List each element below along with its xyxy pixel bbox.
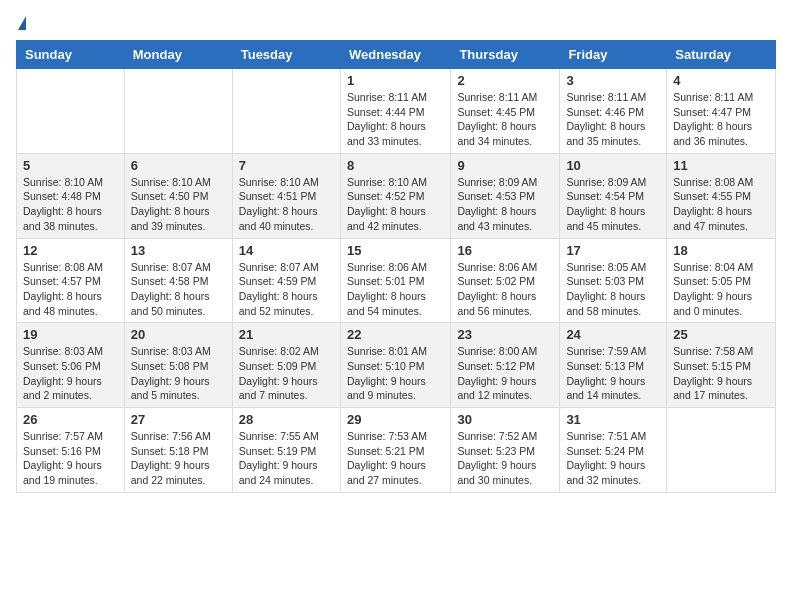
day-info-4: Sunrise: 8:11 AM Sunset: 4:47 PM Dayligh… (673, 90, 769, 149)
day-info-13: Sunrise: 8:07 AM Sunset: 4:58 PM Dayligh… (131, 260, 226, 319)
day-number-22: 22 (347, 327, 444, 342)
day-number-21: 21 (239, 327, 334, 342)
day-info-8: Sunrise: 8:10 AM Sunset: 4:52 PM Dayligh… (347, 175, 444, 234)
day-number-24: 24 (566, 327, 660, 342)
day-info-15: Sunrise: 8:06 AM Sunset: 5:01 PM Dayligh… (347, 260, 444, 319)
day-info-31: Sunrise: 7:51 AM Sunset: 5:24 PM Dayligh… (566, 429, 660, 488)
day-number-17: 17 (566, 243, 660, 258)
day-number-23: 23 (457, 327, 553, 342)
empty-cell (232, 69, 340, 154)
day-number-6: 6 (131, 158, 226, 173)
day-cell-15: 15Sunrise: 8:06 AM Sunset: 5:01 PM Dayli… (340, 238, 450, 323)
logo-triangle-icon (18, 16, 26, 30)
day-cell-3: 3Sunrise: 8:11 AM Sunset: 4:46 PM Daylig… (560, 69, 667, 154)
day-cell-26: 26Sunrise: 7:57 AM Sunset: 5:16 PM Dayli… (17, 408, 125, 493)
day-cell-20: 20Sunrise: 8:03 AM Sunset: 5:08 PM Dayli… (124, 323, 232, 408)
day-info-28: Sunrise: 7:55 AM Sunset: 5:19 PM Dayligh… (239, 429, 334, 488)
day-info-9: Sunrise: 8:09 AM Sunset: 4:53 PM Dayligh… (457, 175, 553, 234)
day-number-26: 26 (23, 412, 118, 427)
day-cell-6: 6Sunrise: 8:10 AM Sunset: 4:50 PM Daylig… (124, 153, 232, 238)
day-info-1: Sunrise: 8:11 AM Sunset: 4:44 PM Dayligh… (347, 90, 444, 149)
day-number-7: 7 (239, 158, 334, 173)
weekday-header-saturday: Saturday (667, 41, 776, 69)
day-cell-1: 1Sunrise: 8:11 AM Sunset: 4:44 PM Daylig… (340, 69, 450, 154)
week-row-5: 26Sunrise: 7:57 AM Sunset: 5:16 PM Dayli… (17, 408, 776, 493)
day-number-13: 13 (131, 243, 226, 258)
day-cell-30: 30Sunrise: 7:52 AM Sunset: 5:23 PM Dayli… (451, 408, 560, 493)
day-cell-24: 24Sunrise: 7:59 AM Sunset: 5:13 PM Dayli… (560, 323, 667, 408)
empty-cell (17, 69, 125, 154)
day-cell-2: 2Sunrise: 8:11 AM Sunset: 4:45 PM Daylig… (451, 69, 560, 154)
day-number-4: 4 (673, 73, 769, 88)
day-number-15: 15 (347, 243, 444, 258)
week-row-4: 19Sunrise: 8:03 AM Sunset: 5:06 PM Dayli… (17, 323, 776, 408)
weekday-header-thursday: Thursday (451, 41, 560, 69)
day-number-5: 5 (23, 158, 118, 173)
day-number-9: 9 (457, 158, 553, 173)
day-info-10: Sunrise: 8:09 AM Sunset: 4:54 PM Dayligh… (566, 175, 660, 234)
day-info-18: Sunrise: 8:04 AM Sunset: 5:05 PM Dayligh… (673, 260, 769, 319)
day-info-11: Sunrise: 8:08 AM Sunset: 4:55 PM Dayligh… (673, 175, 769, 234)
day-info-29: Sunrise: 7:53 AM Sunset: 5:21 PM Dayligh… (347, 429, 444, 488)
day-cell-17: 17Sunrise: 8:05 AM Sunset: 5:03 PM Dayli… (560, 238, 667, 323)
day-number-3: 3 (566, 73, 660, 88)
day-cell-31: 31Sunrise: 7:51 AM Sunset: 5:24 PM Dayli… (560, 408, 667, 493)
day-number-16: 16 (457, 243, 553, 258)
day-cell-11: 11Sunrise: 8:08 AM Sunset: 4:55 PM Dayli… (667, 153, 776, 238)
day-cell-9: 9Sunrise: 8:09 AM Sunset: 4:53 PM Daylig… (451, 153, 560, 238)
weekday-header-wednesday: Wednesday (340, 41, 450, 69)
day-info-27: Sunrise: 7:56 AM Sunset: 5:18 PM Dayligh… (131, 429, 226, 488)
day-cell-7: 7Sunrise: 8:10 AM Sunset: 4:51 PM Daylig… (232, 153, 340, 238)
day-number-18: 18 (673, 243, 769, 258)
day-cell-8: 8Sunrise: 8:10 AM Sunset: 4:52 PM Daylig… (340, 153, 450, 238)
day-info-5: Sunrise: 8:10 AM Sunset: 4:48 PM Dayligh… (23, 175, 118, 234)
day-number-12: 12 (23, 243, 118, 258)
day-info-19: Sunrise: 8:03 AM Sunset: 5:06 PM Dayligh… (23, 344, 118, 403)
calendar-table: SundayMondayTuesdayWednesdayThursdayFrid… (16, 40, 776, 493)
day-info-20: Sunrise: 8:03 AM Sunset: 5:08 PM Dayligh… (131, 344, 226, 403)
day-info-2: Sunrise: 8:11 AM Sunset: 4:45 PM Dayligh… (457, 90, 553, 149)
day-cell-22: 22Sunrise: 8:01 AM Sunset: 5:10 PM Dayli… (340, 323, 450, 408)
week-row-1: 1Sunrise: 8:11 AM Sunset: 4:44 PM Daylig… (17, 69, 776, 154)
day-info-12: Sunrise: 8:08 AM Sunset: 4:57 PM Dayligh… (23, 260, 118, 319)
day-cell-29: 29Sunrise: 7:53 AM Sunset: 5:21 PM Dayli… (340, 408, 450, 493)
day-number-20: 20 (131, 327, 226, 342)
day-number-2: 2 (457, 73, 553, 88)
day-number-27: 27 (131, 412, 226, 427)
day-cell-12: 12Sunrise: 8:08 AM Sunset: 4:57 PM Dayli… (17, 238, 125, 323)
day-cell-16: 16Sunrise: 8:06 AM Sunset: 5:02 PM Dayli… (451, 238, 560, 323)
day-number-11: 11 (673, 158, 769, 173)
empty-cell (667, 408, 776, 493)
day-info-30: Sunrise: 7:52 AM Sunset: 5:23 PM Dayligh… (457, 429, 553, 488)
weekday-header-sunday: Sunday (17, 41, 125, 69)
day-number-25: 25 (673, 327, 769, 342)
day-number-31: 31 (566, 412, 660, 427)
day-cell-5: 5Sunrise: 8:10 AM Sunset: 4:48 PM Daylig… (17, 153, 125, 238)
day-cell-27: 27Sunrise: 7:56 AM Sunset: 5:18 PM Dayli… (124, 408, 232, 493)
day-cell-14: 14Sunrise: 8:07 AM Sunset: 4:59 PM Dayli… (232, 238, 340, 323)
day-info-17: Sunrise: 8:05 AM Sunset: 5:03 PM Dayligh… (566, 260, 660, 319)
day-number-1: 1 (347, 73, 444, 88)
day-number-14: 14 (239, 243, 334, 258)
day-cell-19: 19Sunrise: 8:03 AM Sunset: 5:06 PM Dayli… (17, 323, 125, 408)
day-number-8: 8 (347, 158, 444, 173)
day-cell-4: 4Sunrise: 8:11 AM Sunset: 4:47 PM Daylig… (667, 69, 776, 154)
logo (16, 16, 26, 30)
weekday-header-row: SundayMondayTuesdayWednesdayThursdayFrid… (17, 41, 776, 69)
day-number-30: 30 (457, 412, 553, 427)
day-cell-13: 13Sunrise: 8:07 AM Sunset: 4:58 PM Dayli… (124, 238, 232, 323)
day-info-16: Sunrise: 8:06 AM Sunset: 5:02 PM Dayligh… (457, 260, 553, 319)
weekday-header-monday: Monday (124, 41, 232, 69)
day-cell-28: 28Sunrise: 7:55 AM Sunset: 5:19 PM Dayli… (232, 408, 340, 493)
week-row-2: 5Sunrise: 8:10 AM Sunset: 4:48 PM Daylig… (17, 153, 776, 238)
day-info-22: Sunrise: 8:01 AM Sunset: 5:10 PM Dayligh… (347, 344, 444, 403)
day-number-28: 28 (239, 412, 334, 427)
day-info-26: Sunrise: 7:57 AM Sunset: 5:16 PM Dayligh… (23, 429, 118, 488)
day-info-7: Sunrise: 8:10 AM Sunset: 4:51 PM Dayligh… (239, 175, 334, 234)
day-info-14: Sunrise: 8:07 AM Sunset: 4:59 PM Dayligh… (239, 260, 334, 319)
day-info-24: Sunrise: 7:59 AM Sunset: 5:13 PM Dayligh… (566, 344, 660, 403)
day-info-3: Sunrise: 8:11 AM Sunset: 4:46 PM Dayligh… (566, 90, 660, 149)
day-cell-21: 21Sunrise: 8:02 AM Sunset: 5:09 PM Dayli… (232, 323, 340, 408)
day-cell-23: 23Sunrise: 8:00 AM Sunset: 5:12 PM Dayli… (451, 323, 560, 408)
day-cell-25: 25Sunrise: 7:58 AM Sunset: 5:15 PM Dayli… (667, 323, 776, 408)
